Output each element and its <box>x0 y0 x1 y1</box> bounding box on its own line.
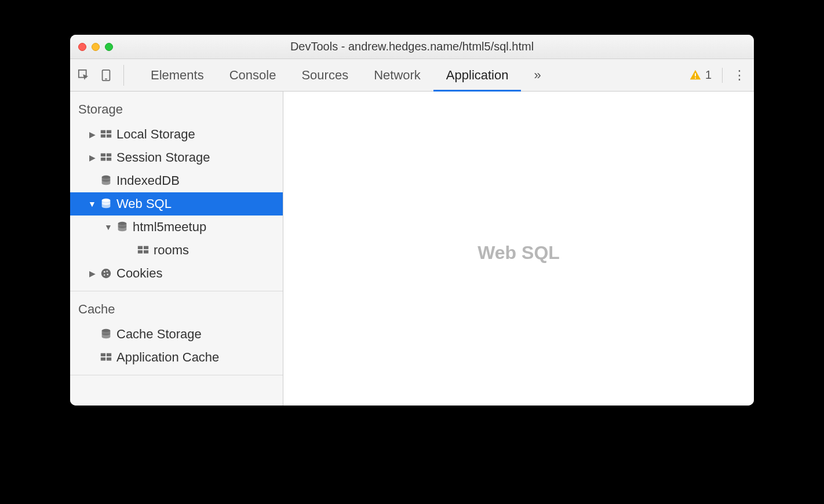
tree-item-cache-storage[interactable]: ▶ Cache Storage <box>70 323 283 346</box>
svg-point-21 <box>104 271 105 273</box>
collapse-icon: ▼ <box>89 199 96 209</box>
tree-item-indexeddb[interactable]: ▶ IndexedDB <box>70 169 283 192</box>
tree-item-label: Cookies <box>116 266 162 281</box>
panel-tabs: Elements Console Sources Network Applica… <box>138 59 521 91</box>
tree-item-label: html5meetup <box>133 220 206 235</box>
tab-console[interactable]: Console <box>217 59 289 91</box>
device-toggle-icon[interactable] <box>99 68 113 82</box>
svg-point-22 <box>107 271 108 272</box>
svg-rect-5 <box>101 130 105 134</box>
warning-count: 1 <box>705 68 712 82</box>
svg-rect-17 <box>144 246 148 250</box>
svg-rect-9 <box>101 154 105 157</box>
sidebar: Storage ▶ Local Storage ▶ Session Storag… <box>70 92 283 406</box>
database-icon <box>99 327 113 341</box>
tab-label: Network <box>374 68 421 83</box>
tree-item-session-storage[interactable]: ▶ Session Storage <box>70 146 283 169</box>
svg-rect-7 <box>101 134 105 138</box>
svg-point-24 <box>104 275 105 276</box>
tree-item-web-sql[interactable]: ▼ Web SQL <box>70 192 283 216</box>
tree-item-label: Local Storage <box>116 127 195 142</box>
svg-rect-2 <box>105 78 107 79</box>
table-icon <box>99 350 113 364</box>
sidebar-section-storage: Storage ▶ Local Storage ▶ Session Storag… <box>70 92 283 291</box>
tab-application[interactable]: Application <box>433 59 522 91</box>
zoom-window-button[interactable] <box>105 43 113 51</box>
warnings-indicator[interactable]: 1 <box>689 68 712 82</box>
tab-network[interactable]: Network <box>361 59 433 91</box>
main-panel: Web SQL <box>283 92 754 406</box>
svg-rect-3 <box>695 73 696 76</box>
devtools-window: DevTools - andrew.hedges.name/html5/sql.… <box>70 35 754 406</box>
tab-sources[interactable]: Sources <box>289 59 361 91</box>
main-placeholder-text: Web SQL <box>283 242 754 264</box>
section-header-storage: Storage <box>70 92 283 123</box>
window-title: DevTools - andrew.hedges.name/html5/sql.… <box>70 40 754 53</box>
tab-elements[interactable]: Elements <box>138 59 217 91</box>
warning-icon <box>689 69 702 82</box>
window-controls <box>70 43 113 51</box>
minimize-window-button[interactable] <box>92 43 100 51</box>
svg-rect-18 <box>138 250 143 254</box>
svg-rect-19 <box>144 250 148 254</box>
tree-item-label: Session Storage <box>116 150 210 165</box>
expand-icon: ▶ <box>89 130 96 139</box>
tree-item-web-sql-database[interactable]: ▼ html5meetup <box>70 216 283 239</box>
tree-item-web-sql-table[interactable]: ▶ rooms <box>70 239 283 262</box>
collapse-icon: ▼ <box>105 222 112 232</box>
cookie-icon <box>99 266 113 280</box>
svg-rect-8 <box>107 134 111 138</box>
database-icon <box>99 174 113 188</box>
svg-point-23 <box>107 273 108 275</box>
tree-item-label: IndexedDB <box>116 173 180 188</box>
svg-rect-12 <box>107 158 111 161</box>
devtools-toolbar: Elements Console Sources Network Applica… <box>70 59 754 92</box>
tree-item-label: Web SQL <box>116 196 172 211</box>
svg-rect-11 <box>101 158 105 161</box>
close-window-button[interactable] <box>78 43 86 51</box>
tab-label: Console <box>229 68 276 83</box>
tree-item-local-storage[interactable]: ▶ Local Storage <box>70 123 283 146</box>
tab-label: Application <box>446 68 509 83</box>
settings-menu-icon[interactable]: ⋮ <box>733 68 747 83</box>
svg-rect-28 <box>101 357 105 361</box>
svg-rect-26 <box>101 353 105 357</box>
tab-label: Elements <box>151 68 204 83</box>
tree-item-label: rooms <box>154 243 189 258</box>
content-area: Storage ▶ Local Storage ▶ Session Storag… <box>70 92 754 406</box>
tree-item-label: Application Cache <box>116 350 219 365</box>
svg-point-20 <box>101 269 111 279</box>
svg-rect-10 <box>107 154 111 157</box>
section-header-cache: Cache <box>70 291 283 323</box>
expand-icon: ▶ <box>89 269 96 278</box>
tree-item-application-cache[interactable]: ▶ Application Cache <box>70 346 283 369</box>
svg-rect-29 <box>107 357 111 361</box>
titlebar: DevTools - andrew.hedges.name/html5/sql.… <box>70 35 754 59</box>
table-icon <box>136 243 150 257</box>
svg-rect-4 <box>695 77 696 78</box>
table-icon <box>99 151 113 165</box>
inspect-element-icon[interactable] <box>77 68 91 82</box>
tree-item-cookies[interactable]: ▶ Cookies <box>70 262 283 285</box>
more-tabs-icon[interactable]: » <box>534 68 541 83</box>
database-icon <box>99 197 113 211</box>
expand-icon: ▶ <box>89 153 96 162</box>
database-icon <box>115 220 129 234</box>
svg-rect-16 <box>138 246 143 250</box>
sidebar-section-cache: Cache ▶ Cache Storage ▶ Application Cach… <box>70 291 283 375</box>
toolbar-divider <box>722 68 723 83</box>
tab-label: Sources <box>301 68 348 83</box>
svg-rect-6 <box>107 130 111 134</box>
svg-rect-27 <box>107 353 111 357</box>
table-icon <box>99 127 113 141</box>
tree-item-label: Cache Storage <box>116 327 202 342</box>
